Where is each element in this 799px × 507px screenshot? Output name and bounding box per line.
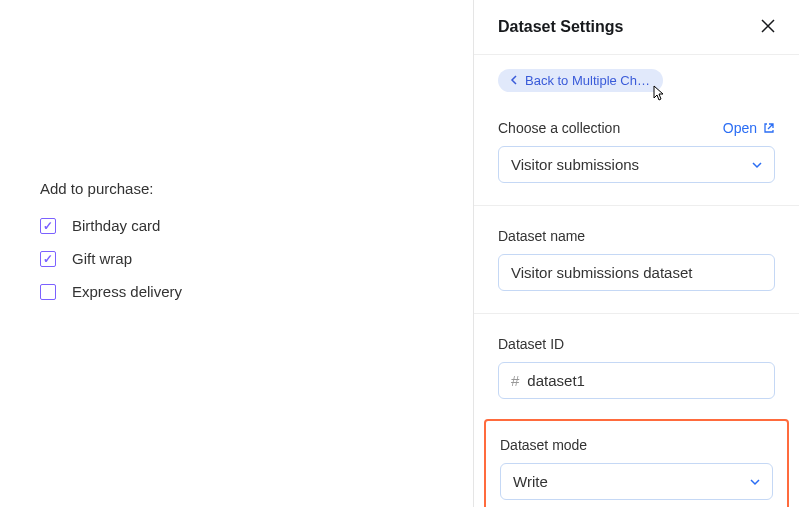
external-link-icon: [763, 122, 775, 134]
collection-select[interactable]: Visitor submissions: [498, 146, 775, 183]
settings-panel: Dataset Settings Back to Multiple Choi… …: [474, 0, 799, 507]
panel-header: Dataset Settings: [474, 0, 799, 55]
canvas-area: Add to purchase: Birthday card Gift wrap…: [0, 0, 473, 507]
dataset-name-input[interactable]: Visitor submissions dataset: [498, 254, 775, 291]
panel-title: Dataset Settings: [498, 18, 623, 36]
dataset-name-value: Visitor submissions dataset: [511, 264, 692, 281]
close-icon: [761, 19, 775, 33]
checkbox-label: Express delivery: [72, 283, 182, 300]
open-collection-link[interactable]: Open: [723, 120, 775, 136]
chevron-down-icon: [750, 476, 760, 488]
dataset-mode-select[interactable]: Write: [500, 463, 773, 500]
dataset-id-value: dataset1: [527, 372, 585, 389]
dataset-mode-label: Dataset mode: [500, 437, 773, 453]
checkbox-icon[interactable]: [40, 284, 56, 300]
collection-label: Choose a collection: [498, 120, 620, 136]
panel-body: Back to Multiple Choi… Choose a collecti…: [474, 55, 799, 399]
chevron-down-icon: [752, 159, 762, 171]
dataset-id-input[interactable]: # dataset1: [498, 362, 775, 399]
checkbox-option[interactable]: Birthday card: [40, 217, 433, 234]
hash-icon: #: [511, 372, 519, 389]
close-button[interactable]: [761, 18, 775, 36]
cursor-icon: [651, 85, 667, 106]
checkbox-label: Birthday card: [72, 217, 160, 234]
checkbox-option[interactable]: Gift wrap: [40, 250, 433, 267]
back-button[interactable]: Back to Multiple Choi…: [498, 69, 663, 92]
collection-section: Choose a collection Open Visitor submiss…: [498, 120, 775, 183]
dataset-name-label: Dataset name: [498, 228, 585, 244]
open-link-text: Open: [723, 120, 757, 136]
chevron-left-icon: [510, 75, 517, 87]
dataset-id-label: Dataset ID: [498, 336, 564, 352]
dataset-id-section: Dataset ID # dataset1: [474, 313, 799, 399]
checkbox-option[interactable]: Express delivery: [40, 283, 433, 300]
collection-value: Visitor submissions: [511, 156, 639, 173]
checkbox-group-title: Add to purchase:: [40, 180, 433, 197]
back-label: Back to Multiple Choi…: [525, 73, 651, 88]
checkbox-icon[interactable]: [40, 218, 56, 234]
dataset-mode-section: Dataset mode Write Collection Permission…: [484, 419, 789, 507]
checkbox-label: Gift wrap: [72, 250, 132, 267]
dataset-name-section: Dataset name Visitor submissions dataset: [474, 205, 799, 291]
dataset-mode-value: Write: [513, 473, 548, 490]
checkbox-icon[interactable]: [40, 251, 56, 267]
